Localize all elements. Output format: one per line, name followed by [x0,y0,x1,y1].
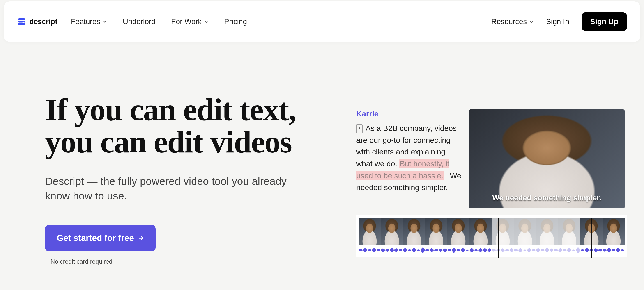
nav-right: Resources Sign In Sign Up [491,12,627,31]
timeline-thumbnail[interactable] [492,218,514,245]
brand-logo[interactable]: descript [17,17,57,26]
timeline-thumbnail[interactable] [381,218,403,245]
cta-row: Get started for free No credit card requ… [45,225,343,265]
nav-item-label: Features [71,17,100,26]
nav-item-label: Underlord [123,17,156,26]
timeline-thumbnail[interactable] [536,218,558,245]
svg-rect-3 [24,21,25,22]
timeline-thumbnail[interactable] [470,218,492,245]
timeline-thumbnail[interactable] [602,218,624,245]
get-started-button[interactable]: Get started for free [45,225,156,252]
timeline[interactable] [356,215,627,257]
cta-label: Get started for free [57,233,134,243]
top-nav: descript Features Underlord For Work Pri… [4,1,640,42]
timeline-thumbnail[interactable] [358,218,381,245]
nav-features[interactable]: Features [71,17,107,26]
nav-item-label: For Work [171,17,202,26]
slash-command-icon: / [356,124,362,133]
headline-line2: you can edit videos [45,124,292,159]
svg-rect-0 [18,18,25,20]
brand-logo-icon [17,17,26,26]
transcript-text: / As a B2B company, videos are our go-to… [356,122,462,193]
nav-pricing[interactable]: Pricing [224,17,247,26]
nav-resources[interactable]: Resources [491,17,534,26]
timeline-waveform[interactable] [358,245,624,256]
hero-section: If you can edit text, you can edit video… [0,42,644,265]
editor-preview: Karrie / As a B2B company, videos are ou… [356,109,627,208]
sign-up-button[interactable]: Sign Up [582,12,627,31]
nav-underlord[interactable]: Underlord [123,17,156,26]
timeline-thumbnail[interactable] [558,218,580,245]
transcript-panel: Karrie / As a B2B company, videos are ou… [356,109,469,193]
video-preview[interactable]: We needed something simpler. [469,109,624,208]
nav-for-work[interactable]: For Work [171,17,208,26]
chevron-down-icon [204,19,208,24]
hero-headline: If you can edit text, you can edit video… [45,94,343,158]
headline-line1: If you can edit text, [45,92,296,127]
timeline-thumbnail[interactable] [425,218,447,245]
text-cursor-icon [444,172,448,180]
hero-right: Karrie / As a B2B company, videos are ou… [356,109,627,265]
timeline-playhead[interactable] [592,218,592,258]
chevron-down-icon [102,19,107,24]
nav-item-label: Pricing [224,17,247,26]
cta-disclaimer: No credit card required [45,258,112,265]
timeline-playhead[interactable] [498,218,499,258]
chevron-down-icon [529,19,534,24]
video-caption: We needed something simpler. [469,194,624,202]
svg-rect-2 [18,23,25,25]
sign-in-link[interactable]: Sign In [546,17,569,26]
timeline-thumbnails[interactable] [358,218,624,245]
hero-left: If you can edit text, you can edit video… [45,94,343,265]
nav-links: Features Underlord For Work Pricing [71,17,247,26]
hero-subhead: Descript — the fully powered video tool … [45,174,300,204]
timeline-thumbnail[interactable] [403,218,425,245]
speaker-name: Karrie [356,109,462,118]
brand-name: descript [29,17,57,26]
svg-rect-1 [18,21,23,22]
arrow-right-icon [138,235,144,241]
timeline-thumbnail[interactable] [514,218,536,245]
timeline-thumbnail[interactable] [447,218,469,245]
nav-item-label: Resources [491,17,527,26]
